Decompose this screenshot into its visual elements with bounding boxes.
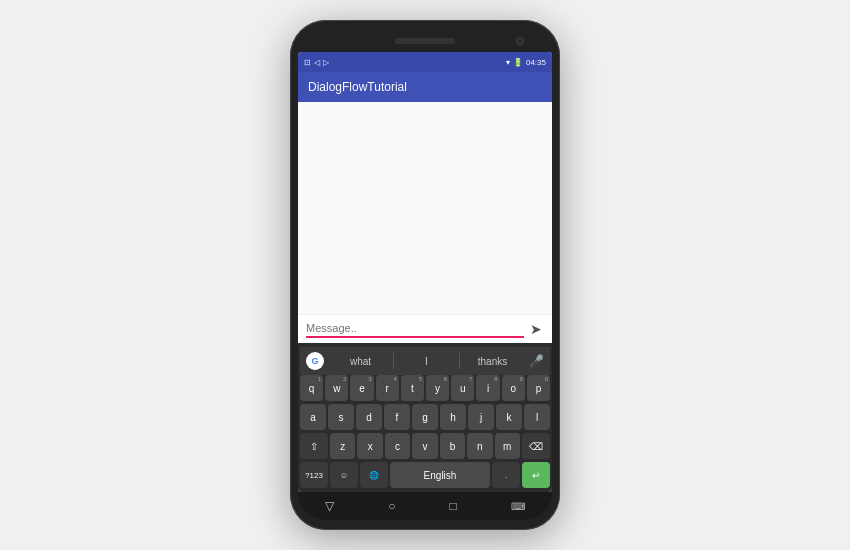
- wifi-icon: ▾: [506, 58, 510, 67]
- key-y[interactable]: y6: [426, 375, 449, 401]
- recent-button[interactable]: □: [450, 499, 457, 513]
- key-t[interactable]: t5: [401, 375, 424, 401]
- key-v[interactable]: v: [412, 433, 437, 459]
- key-f[interactable]: f: [384, 404, 410, 430]
- suggestion-what[interactable]: what: [328, 356, 393, 367]
- enter-key[interactable]: ↵: [522, 462, 550, 488]
- app-title: DialogFlowTutorial: [308, 80, 407, 94]
- status-icons-left: ⊡ ◁ ▷: [304, 58, 329, 67]
- front-camera: [516, 37, 524, 45]
- back-button[interactable]: ▽: [325, 499, 334, 513]
- suggestions-row: G what I thanks 🎤: [300, 347, 550, 375]
- notification-icon-1: ⊡: [304, 58, 311, 67]
- chat-area: [298, 102, 552, 314]
- key-j[interactable]: j: [468, 404, 494, 430]
- status-bar: ⊡ ◁ ▷ ▾ 🔋 04:35: [298, 52, 552, 72]
- keyboard-nav-button[interactable]: ⌨: [511, 501, 525, 512]
- key-r[interactable]: r4: [376, 375, 399, 401]
- message-input[interactable]: [306, 320, 524, 338]
- send-button[interactable]: ➤: [528, 321, 544, 337]
- key-i[interactable]: i8: [476, 375, 499, 401]
- key-k[interactable]: k: [496, 404, 522, 430]
- screen: ⊡ ◁ ▷ ▾ 🔋 04:35 DialogFlowTutorial ➤: [298, 52, 552, 492]
- phone-frame: ⊡ ◁ ▷ ▾ 🔋 04:35 DialogFlowTutorial ➤: [290, 20, 560, 530]
- key-c[interactable]: c: [385, 433, 410, 459]
- google-logo: G: [306, 352, 324, 370]
- key-row-1: q1 w2 e3 r4 t5 y6 u7 i8 o9 p0: [300, 375, 550, 401]
- key-row-4: ?123 ☺ 🌐 English . ↵: [300, 462, 550, 488]
- message-input-row: ➤: [298, 314, 552, 343]
- key-q[interactable]: q1: [300, 375, 323, 401]
- key-o[interactable]: o9: [502, 375, 525, 401]
- key-m[interactable]: m: [495, 433, 520, 459]
- space-key[interactable]: English: [390, 462, 490, 488]
- backspace-key[interactable]: ⌫: [522, 433, 550, 459]
- key-n[interactable]: n: [467, 433, 492, 459]
- key-x[interactable]: x: [357, 433, 382, 459]
- numbers-key[interactable]: ?123: [300, 462, 328, 488]
- key-h[interactable]: h: [440, 404, 466, 430]
- notification-icon-3: ▷: [323, 58, 329, 67]
- nav-bar: ▽ ○ □ ⌨: [298, 492, 552, 520]
- speaker-slot: [395, 38, 455, 44]
- globe-key[interactable]: 🌐: [360, 462, 388, 488]
- key-g[interactable]: g: [412, 404, 438, 430]
- key-z[interactable]: z: [330, 433, 355, 459]
- key-l[interactable]: l: [524, 404, 550, 430]
- key-s[interactable]: s: [328, 404, 354, 430]
- battery-icon: 🔋: [513, 58, 523, 67]
- key-e[interactable]: e3: [350, 375, 373, 401]
- key-d[interactable]: d: [356, 404, 382, 430]
- phone-top-bar: [298, 30, 552, 52]
- key-a[interactable]: a: [300, 404, 326, 430]
- key-row-2: a s d f g h j k l: [300, 404, 550, 430]
- keyboard: G what I thanks 🎤 q1 w2 e3 r4 t5 y6 u7 i…: [298, 343, 552, 492]
- period-key[interactable]: .: [492, 462, 520, 488]
- suggestion-thanks[interactable]: thanks: [460, 356, 525, 367]
- time-display: 04:35: [526, 58, 546, 67]
- key-p[interactable]: p0: [527, 375, 550, 401]
- app-bar: DialogFlowTutorial: [298, 72, 552, 102]
- mic-icon[interactable]: 🎤: [529, 354, 544, 368]
- emoji-key[interactable]: ☺: [330, 462, 358, 488]
- suggestion-I[interactable]: I: [394, 356, 459, 367]
- key-b[interactable]: b: [440, 433, 465, 459]
- notification-icon-2: ◁: [314, 58, 320, 67]
- shift-key[interactable]: ⇧: [300, 433, 328, 459]
- key-w[interactable]: w2: [325, 375, 348, 401]
- key-u[interactable]: u7: [451, 375, 474, 401]
- key-row-3: ⇧ z x c v b n m ⌫: [300, 433, 550, 459]
- status-icons-right: ▾ 🔋 04:35: [506, 58, 546, 67]
- home-button[interactable]: ○: [388, 499, 395, 513]
